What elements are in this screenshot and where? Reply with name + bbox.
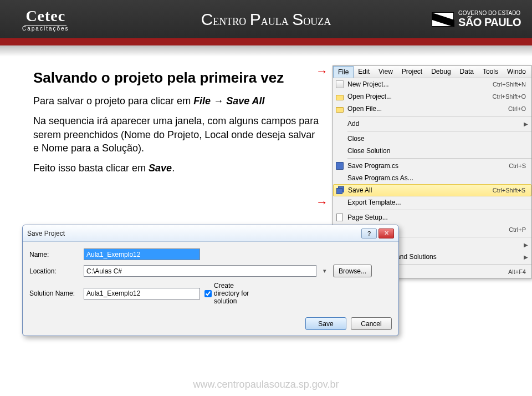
menu-item-label: Close [345,135,528,143]
solution-name-field[interactable] [84,288,200,299]
menu-item-label: Save All [346,186,493,194]
menubar-item-project[interactable]: Project [397,66,427,78]
page-icon [334,214,345,221]
open-icon [334,105,345,113]
browse-button[interactable]: Browse... [333,265,372,277]
open-icon [334,93,345,100]
menu-item-shortcut: Ctrl+Shift+S [493,187,528,194]
menu-item-add[interactable]: Add▶ [333,118,531,130]
menu-separator [347,116,531,116]
menu-item-export-template-[interactable]: Export Template... [333,196,531,209]
sp-line2: SÃO PAULO [458,16,521,28]
menubar-item-debug[interactable]: Debug [427,66,455,78]
menu-item-label: Save Program.cs As... [345,174,528,182]
footer-url: www.centropaulasouza.sp.gov.br [0,379,532,390]
solution-name-label: Solution Name: [29,290,79,297]
menu-item-shortcut: Ctrl+O [508,105,528,112]
location-field[interactable] [84,265,316,277]
header-shadow [0,45,532,57]
slide-text: Salvando o projeto pela primeira vez Par… [33,69,321,181]
logo-cetec: Cetec Capacitações [22,7,69,32]
header-redbar [0,40,532,45]
sp-line1: GOVERNO DO ESTADO [458,10,521,16]
menu-item-save-all[interactable]: Save AllCtrl+Shift+S [333,184,531,196]
menu-item-new-project-[interactable]: New Project...Ctrl+Shift+N [333,78,531,90]
menu-item-shortcut: Ctrl+P [509,226,528,233]
menu-item-label: New Project... [345,80,493,88]
menu-item-page-setup-[interactable]: Page Setup... [333,211,531,224]
menu-item-close-solution[interactable]: Close Solution [333,145,531,157]
logo-cetec-sub: Capacitações [22,26,69,32]
disk-icon [334,162,345,170]
submenu-arrow-icon: ▶ [524,254,528,260]
menu-separator [347,210,531,210]
menubar-item-windo[interactable]: Windo [503,66,530,78]
slide-header: Cetec Capacitações Centro Paula Souza GO… [0,0,532,40]
arrow-saveall: → [316,195,328,210]
logo-sao-paulo: GOVERNO DO ESTADO SÃO PAULO [432,10,521,28]
menubar-item-tools[interactable]: Tools [478,66,503,78]
menu-separator [347,131,531,131]
menu-item-shortcut: Ctrl+S [509,163,528,169]
arrow-file: → [316,64,328,79]
menu-item-label: Close Solution [345,147,528,155]
menu-item-save-program-cs-as-[interactable]: Save Program.cs As... [333,172,531,184]
disks-icon [335,186,346,195]
location-dropdown-icon[interactable]: ▾ [321,267,329,275]
logo-cetec-main: Cetec [24,7,66,26]
menu-item-label: Export Template... [345,199,528,206]
dialog-title: Save Project [27,230,361,237]
menu-item-save-program-cs[interactable]: Save Program.csCtrl+S [333,160,531,172]
menubar: FileEditViewProjectDebugDataToolsWindo [333,66,531,78]
help-button[interactable]: ? [361,229,377,238]
slide-title: Salvando o projeto pela primeira vez [33,69,321,87]
new-icon [334,80,345,88]
logo-cps: Centro Paula Souza [201,10,331,29]
para-3: Feito isso basta clicar em Save. [33,161,321,175]
menu-item-open-file-[interactable]: Open File...Ctrl+O [333,103,531,115]
save-button[interactable]: Save [305,317,346,330]
create-dir-option[interactable]: Create directory for solution [204,282,254,305]
menu-item-shortcut: Ctrl+Shift+N [493,81,528,88]
name-label: Name: [29,251,79,258]
para-2: Na sequencia irá aparecer uma janela, co… [33,114,321,155]
menubar-item-data[interactable]: Data [456,66,478,78]
name-field[interactable] [84,248,200,260]
menu-item-open-project-[interactable]: Open Project...Ctrl+Shift+O [333,90,531,103]
para-1: Para salvar o projeto para clicar em Fil… [33,94,321,108]
menu-item-label: Page Setup... [345,214,528,221]
flag-sp [432,12,454,27]
submenu-arrow-icon: ▶ [524,121,528,127]
menu-item-shortcut: Ctrl+Shift+O [492,93,528,100]
location-label: Location: [29,267,79,275]
menu-item-label: Add [345,120,524,128]
menu-item-label: Save Program.cs [345,162,509,170]
menu-item-close[interactable]: Close [333,133,531,145]
menubar-item-view[interactable]: View [374,66,397,78]
menu-item-shortcut: Alt+F4 [508,268,528,275]
create-dir-label: Create directory for solution [214,282,254,305]
menubar-item-edit[interactable]: Edit [354,66,374,78]
menu-item-label: Open File... [345,105,508,113]
menu-separator [347,158,531,159]
create-dir-checkbox[interactable] [204,290,212,297]
cancel-button[interactable]: Cancel [351,317,392,330]
menu-item-label: Open Project... [345,93,492,100]
dialog-titlebar: Save Project ? ✕ [23,225,398,242]
save-project-dialog: Save Project ? ✕ Name: Location: ▾ Brows… [22,225,399,336]
menubar-item-file[interactable]: File [333,66,354,78]
submenu-arrow-icon: ▶ [524,242,528,248]
close-button[interactable]: ✕ [378,229,394,238]
